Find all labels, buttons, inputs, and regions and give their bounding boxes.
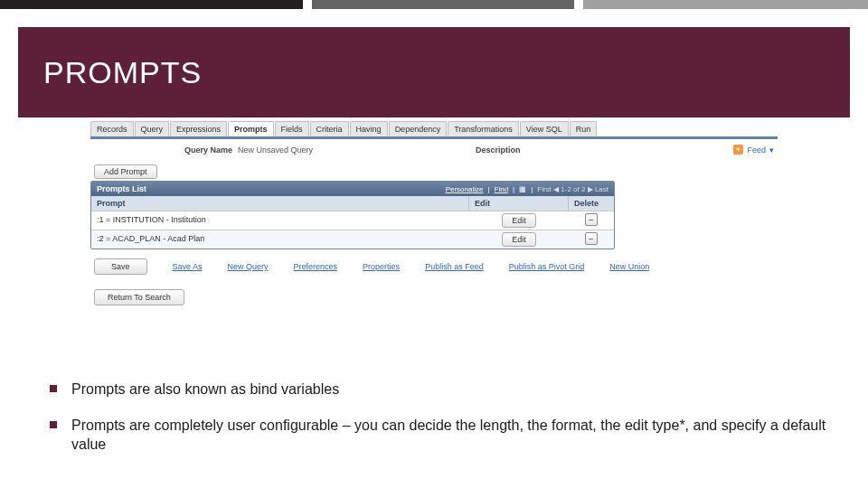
- new-union-link[interactable]: New Union: [609, 262, 649, 271]
- tab-transformations[interactable]: Transformations: [448, 121, 519, 136]
- tab-records[interactable]: Records: [90, 121, 134, 136]
- col-delete: Delete: [569, 196, 614, 211]
- bullet-item: Prompts are completely user configurable…: [50, 416, 832, 455]
- tab-expressions[interactable]: Expressions: [170, 121, 227, 136]
- tab-view-sql[interactable]: View SQL: [520, 121, 569, 136]
- rss-icon: ✶: [733, 145, 743, 155]
- tab-criteria[interactable]: Criteria: [310, 121, 349, 136]
- description-label: Description: [476, 145, 521, 155]
- grid-title: Prompts List: [97, 184, 146, 193]
- tab-having[interactable]: Having: [350, 121, 388, 136]
- table-row: :1 = INSTITUTION - Institution Edit −: [91, 211, 614, 230]
- title-bar: PROMPTS: [18, 27, 850, 117]
- find-link[interactable]: Find: [495, 185, 509, 193]
- new-query-link[interactable]: New Query: [228, 262, 269, 271]
- feed-label: Feed: [747, 145, 766, 155]
- prompts-grid: Prompts List Personalize | Find | ▦ | Fi…: [90, 181, 615, 249]
- table-row: :2 = ACAD_PLAN - Acad Plan Edit −: [91, 230, 614, 249]
- accent-strip: [0, 0, 868, 9]
- tab-dependency[interactable]: Dependency: [389, 121, 448, 136]
- screenshot-region: Records Query Expressions Prompts Fields…: [90, 121, 778, 309]
- col-edit: Edit: [469, 196, 569, 211]
- bullet-list: Prompts are also known as bind variables…: [50, 380, 832, 471]
- save-button[interactable]: Save: [94, 258, 147, 275]
- tab-prompts[interactable]: Prompts: [228, 121, 274, 136]
- delete-button[interactable]: −: [585, 213, 598, 226]
- chevron-down-icon: ▾: [769, 145, 774, 155]
- personalize-link[interactable]: Personalize: [446, 185, 484, 193]
- grid-nav: First ◀ 1-2 of 2 ▶ Last: [537, 185, 609, 193]
- tab-fields[interactable]: Fields: [275, 121, 309, 136]
- properties-link[interactable]: Properties: [363, 262, 400, 271]
- preferences-link[interactable]: Preferences: [294, 262, 338, 271]
- slide-title: PROMPTS: [43, 55, 202, 90]
- bullet-item: Prompts are also known as bind variables: [50, 380, 832, 399]
- col-prompt: Prompt: [91, 196, 469, 211]
- edit-button[interactable]: Edit: [502, 232, 536, 247]
- feed-link[interactable]: ✶ Feed ▾: [733, 145, 774, 155]
- prompt-text: :2 = ACAD_PLAN - Acad Plan: [91, 230, 469, 249]
- prompt-text: :1 = INSTITUTION - Institution: [91, 211, 469, 230]
- add-prompt-button[interactable]: Add Prompt: [94, 164, 157, 179]
- return-search-button[interactable]: Return To Search: [94, 289, 184, 305]
- query-name-label: Query Name: [184, 145, 232, 155]
- publish-pivot-link[interactable]: Publish as Pivot Grid: [509, 262, 585, 271]
- zoom-icon[interactable]: ▦: [519, 185, 526, 193]
- publish-feed-link[interactable]: Publish as Feed: [425, 262, 484, 271]
- query-name-value: New Unsaved Query: [238, 145, 313, 155]
- tab-strip: Records Query Expressions Prompts Fields…: [90, 121, 778, 136]
- tab-run[interactable]: Run: [570, 121, 598, 136]
- tab-query[interactable]: Query: [135, 121, 170, 136]
- save-as-link[interactable]: Save As: [173, 262, 203, 271]
- edit-button[interactable]: Edit: [502, 213, 536, 228]
- delete-button[interactable]: −: [585, 232, 598, 245]
